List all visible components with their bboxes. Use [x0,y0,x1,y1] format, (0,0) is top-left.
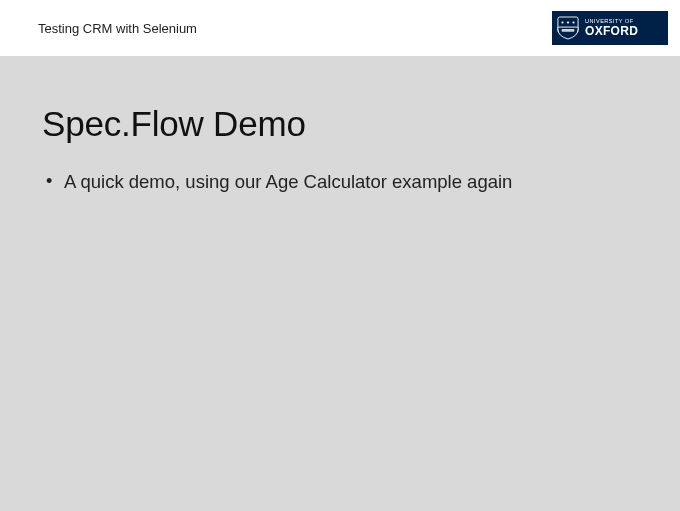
svg-point-3 [572,21,574,23]
logo-text: UNIVERSITY OF OXFORD [585,19,638,38]
svg-rect-4 [562,29,575,32]
slide-content: Spec.Flow Demo A quick demo, using our A… [0,56,680,194]
bullet-list: A quick demo, using our Age Calculator e… [42,170,638,194]
logo-maintext: OXFORD [585,25,638,37]
svg-point-2 [567,21,569,23]
slide: Testing CRM with Selenium UNIVERSITY OF … [0,0,680,511]
list-item: A quick demo, using our Age Calculator e… [64,170,638,194]
oxford-logo: UNIVERSITY OF OXFORD [552,11,668,45]
crest-icon [557,16,579,40]
slide-header: Testing CRM with Selenium UNIVERSITY OF … [0,0,680,56]
slide-title: Spec.Flow Demo [42,104,638,144]
svg-point-1 [561,21,563,23]
header-title: Testing CRM with Selenium [38,21,197,36]
